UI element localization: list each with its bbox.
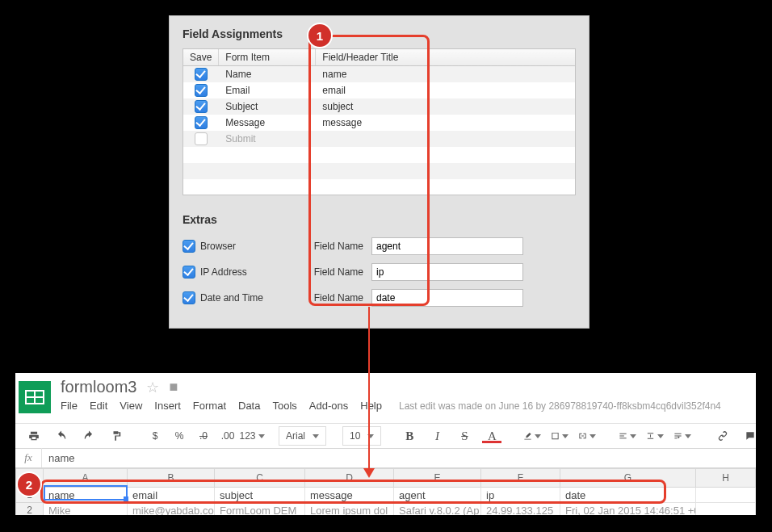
col-form[interactable]: Form Item: [219, 49, 316, 66]
star-icon[interactable]: ☆: [146, 379, 159, 396]
col-header[interactable]: G: [560, 469, 696, 488]
sheets-logo-icon: [19, 381, 51, 413]
table-row: [183, 163, 575, 179]
assignments-table: Save Form Item Field/Header Title Name n…: [183, 49, 575, 195]
row-checkbox[interactable]: [195, 84, 208, 97]
number-format-button[interactable]: 123: [241, 427, 262, 445]
cell[interactable]: Lorem ipsum dol: [305, 503, 394, 516]
strike-button[interactable]: S: [452, 427, 476, 445]
col-header[interactable]: H: [696, 469, 756, 488]
cell[interactable]: [756, 503, 757, 516]
cell[interactable]: ip: [481, 488, 560, 503]
cell[interactable]: [756, 488, 757, 503]
row-checkbox[interactable]: [195, 132, 208, 145]
col-header[interactable]: E: [394, 469, 481, 488]
extra-browser-checkbox[interactable]: [183, 240, 195, 253]
cell[interactable]: subject: [215, 488, 305, 503]
col-header[interactable]: I: [756, 469, 757, 488]
col-header[interactable]: B: [128, 469, 215, 488]
menu-help[interactable]: Help: [360, 400, 382, 412]
doc-title-text[interactable]: formloom3: [61, 378, 136, 396]
row-formitem: Subject: [219, 98, 316, 115]
merge-icon[interactable]: [575, 427, 599, 445]
cell[interactable]: message: [305, 488, 394, 503]
row-formitem: Submit: [219, 131, 316, 147]
row-checkbox[interactable]: [195, 116, 208, 129]
extras-section: Extras Browser Field Name IP Address Fie…: [183, 213, 576, 307]
paint-format-icon[interactable]: [104, 427, 128, 445]
col-header[interactable]: C: [215, 469, 305, 488]
select-all-corner[interactable]: [16, 469, 44, 488]
menu-edit[interactable]: Edit: [90, 400, 107, 412]
table-row: [183, 147, 575, 163]
menu-view[interactable]: View: [120, 400, 142, 412]
col-field[interactable]: Field/Header Title: [316, 49, 429, 66]
print-icon[interactable]: [22, 427, 46, 445]
folder-icon[interactable]: ■: [169, 379, 178, 396]
row-checkbox[interactable]: [195, 100, 208, 113]
menu-insert[interactable]: Insert: [154, 400, 181, 412]
font-size-select[interactable]: 10: [342, 426, 381, 446]
table-row[interactable]: Email email: [183, 82, 575, 98]
table-row[interactable]: Message message: [183, 115, 575, 131]
cell[interactable]: agent: [394, 488, 481, 503]
cell[interactable]: Fri, 02 Jan 2015 14:46:51 +0000: [560, 503, 696, 516]
cell[interactable]: date: [560, 488, 696, 503]
cell[interactable]: Safari v.8.0.2 (Ap: [394, 503, 481, 516]
dec-decimal-button[interactable]: .0: [193, 427, 214, 445]
col-header[interactable]: A: [44, 469, 128, 488]
table-row[interactable]: Subject subject: [183, 98, 575, 115]
menu-tools[interactable]: Tools: [272, 400, 296, 412]
font-select[interactable]: Arial: [279, 426, 326, 446]
cell[interactable]: [696, 503, 756, 516]
menu-file[interactable]: File: [61, 400, 78, 412]
row-header[interactable]: 2: [16, 503, 44, 516]
row-fieldhead: message: [316, 115, 429, 131]
comment-icon[interactable]: [738, 427, 756, 445]
extra-ip-checkbox[interactable]: [183, 266, 195, 279]
cell[interactable]: mike@yabdab.co: [128, 503, 215, 516]
row-fieldhead: name: [316, 66, 429, 83]
row-header[interactable]: 1: [16, 488, 44, 503]
cell[interactable]: [696, 488, 756, 503]
extra-date-checkbox[interactable]: [183, 291, 195, 304]
redo-icon[interactable]: [77, 427, 101, 445]
borders-icon[interactable]: [548, 427, 572, 445]
sheet-row[interactable]: 1 name email subject message agent ip da…: [16, 488, 757, 503]
text-color-button[interactable]: A: [480, 427, 504, 445]
cell[interactable]: Mike: [44, 503, 128, 516]
cell[interactable]: FormLoom DEM: [215, 503, 305, 516]
sheet-row[interactable]: 2 Mike mike@yabdab.co FormLoom DEM Lorem…: [16, 503, 757, 516]
italic-button[interactable]: I: [425, 427, 449, 445]
cell[interactable]: email: [128, 488, 215, 503]
percent-button[interactable]: %: [169, 427, 190, 445]
extra-row-ip: IP Address Field Name: [183, 263, 576, 281]
col-header[interactable]: D: [305, 469, 394, 488]
menu-data[interactable]: Data: [238, 400, 260, 412]
spreadsheet-grid[interactable]: A B C D E F G H I 1 name ema: [15, 468, 756, 515]
formula-bar[interactable]: fx name: [15, 448, 756, 468]
row-checkbox[interactable]: [195, 68, 208, 81]
bold-button[interactable]: B: [397, 427, 422, 445]
formula-value: name: [42, 452, 82, 464]
cell[interactable]: name: [44, 488, 128, 503]
valign-icon[interactable]: [643, 427, 667, 445]
undo-icon[interactable]: [49, 427, 73, 445]
col-save[interactable]: Save: [183, 49, 219, 66]
extra-date-input[interactable]: [371, 289, 523, 307]
inc-decimal-button[interactable]: .00: [217, 427, 238, 445]
fill-color-icon[interactable]: [520, 427, 544, 445]
link-icon[interactable]: [711, 427, 735, 445]
currency-button[interactable]: $: [145, 427, 166, 445]
cell[interactable]: 24.99.133.125: [481, 503, 560, 516]
table-row[interactable]: Name name: [183, 66, 575, 83]
halign-icon[interactable]: [615, 427, 640, 445]
table-row[interactable]: Submit: [183, 131, 575, 147]
fieldname-label: Field Name: [308, 266, 367, 278]
extra-browser-input[interactable]: [371, 237, 523, 255]
menu-addons[interactable]: Add-ons: [309, 400, 348, 412]
menu-format[interactable]: Format: [193, 400, 226, 412]
wrap-icon[interactable]: [670, 427, 694, 445]
extra-ip-input[interactable]: [371, 263, 523, 281]
col-header[interactable]: F: [481, 469, 560, 488]
